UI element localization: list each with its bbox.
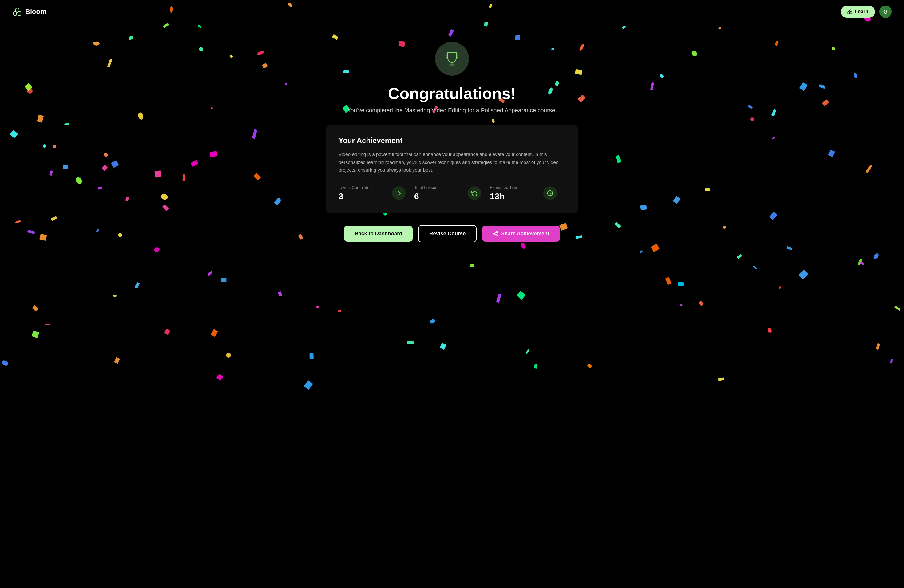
user-avatar[interactable]: G xyxy=(879,6,892,18)
back-to-dashboard-button[interactable]: Back to Dashboard xyxy=(344,226,412,242)
stat-time-label: Estimated Time xyxy=(490,185,543,190)
nav-right: Learn G xyxy=(841,6,892,18)
share-achievement-button[interactable]: Share Achievement xyxy=(482,226,559,242)
avatar-letter: G xyxy=(883,9,888,15)
stats-row: Levels Completed 3 Total Lessons 6 xyxy=(338,185,566,201)
learn-button[interactable]: Learn xyxy=(841,6,875,17)
stat-time-value: 13h xyxy=(490,191,543,201)
stat-lessons-value: 6 xyxy=(414,191,468,201)
svg-line-12 xyxy=(495,232,496,234)
stat-lessons-label: Total Lessons xyxy=(414,185,468,190)
stat-lessons: Total Lessons 6 xyxy=(414,185,468,201)
share-icon xyxy=(493,231,498,237)
logo-text: Bloom xyxy=(25,8,46,16)
svg-line-11 xyxy=(495,234,496,235)
stat-levels: Levels Completed 3 xyxy=(338,185,392,201)
stat-levels-icon xyxy=(392,187,406,200)
trophy-circle xyxy=(435,42,469,76)
logo: Bloom xyxy=(12,7,46,17)
achievement-card-title: Your Achievement xyxy=(338,136,566,145)
achievement-card: Your Achievement Video editing is a powe… xyxy=(326,125,578,213)
main-content: Congratulations! You've completed the Ma… xyxy=(0,24,904,242)
svg-rect-5 xyxy=(850,12,852,14)
congratulations-subtitle: You've completed the Mastering Video Edi… xyxy=(347,107,557,114)
navbar: Bloom Learn G xyxy=(0,0,904,24)
bloom-logo-icon xyxy=(12,7,22,17)
stat-levels-label: Levels Completed xyxy=(338,185,392,190)
share-button-label: Share Achievement xyxy=(501,231,549,237)
achievement-card-description: Video editing is a powerful tool that ca… xyxy=(338,150,566,174)
trophy-icon xyxy=(443,50,461,67)
stat-levels-value: 3 xyxy=(338,191,392,201)
svg-rect-4 xyxy=(848,12,850,14)
action-buttons: Back to Dashboard Revise Course Share Ac… xyxy=(344,225,559,242)
svg-rect-3 xyxy=(850,9,851,12)
revise-course-button[interactable]: Revise Course xyxy=(418,225,477,242)
stat-time: Estimated Time 13h xyxy=(490,185,543,201)
stat-time-icon xyxy=(543,187,557,200)
learn-button-label: Learn xyxy=(855,9,868,14)
stat-lessons-icon xyxy=(468,187,481,200)
congratulations-title: Congratulations! xyxy=(388,84,516,103)
learn-icon xyxy=(847,9,852,14)
